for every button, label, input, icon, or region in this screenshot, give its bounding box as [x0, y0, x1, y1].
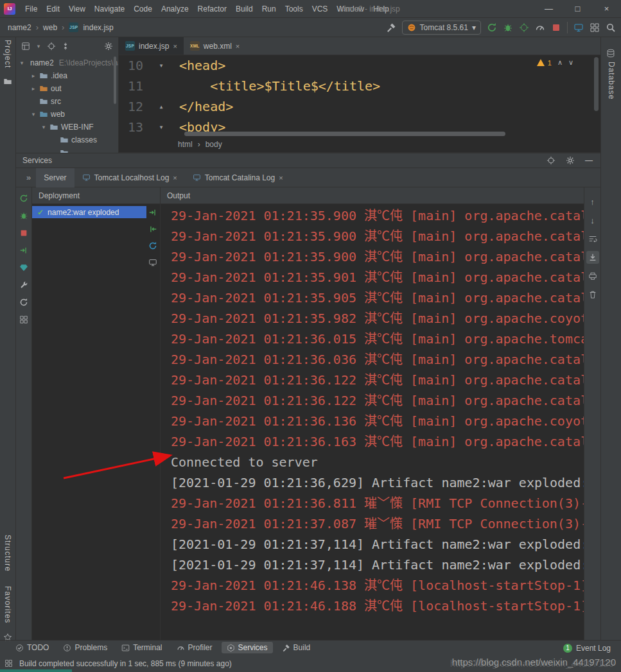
coverage-button[interactable] [519, 22, 529, 33]
folder-icon[interactable] [3, 77, 12, 86]
tab-web-xml[interactable]: XML web.xml × [184, 37, 246, 55]
stop-button[interactable] [551, 22, 561, 33]
menu-item[interactable]: VCS [308, 0, 333, 18]
tree-item-out[interactable]: ▸ out [16, 82, 118, 95]
close-icon[interactable]: × [279, 174, 283, 182]
favorites-stripe-button[interactable]: Favorites [3, 586, 12, 623]
tab-server[interactable]: Server [36, 168, 74, 187]
close-button[interactable]: × [592, 0, 621, 18]
code-text[interactable]: <title>$Title$</title> [179, 76, 380, 96]
redeploy-icon[interactable] [148, 241, 157, 250]
rerun-server-icon[interactable] [19, 194, 28, 203]
debug-button[interactable] [503, 22, 513, 33]
todo-button[interactable]: TODO [10, 642, 54, 653]
breadcrumb-body[interactable]: body [206, 140, 222, 149]
prev-highlight-icon[interactable]: ∧ [557, 58, 563, 67]
vertical-scrollbar[interactable] [594, 57, 599, 111]
open-browser-icon[interactable] [148, 258, 157, 267]
project-stripe-button[interactable]: Project [3, 40, 12, 68]
toolwindow-icon[interactable] [573, 22, 584, 33]
structure-stripe-button[interactable]: Structure [3, 535, 12, 572]
chevron-down-icon[interactable]: ▾ [30, 111, 37, 117]
services-button[interactable]: Services [222, 642, 273, 653]
tree-item-classes[interactable]: classes [16, 134, 118, 146]
gear-icon[interactable] [566, 156, 575, 165]
gear-icon[interactable] [104, 42, 113, 51]
chevron-down-icon[interactable]: ▾ [19, 60, 25, 66]
menu-item[interactable]: Build [231, 0, 258, 18]
breadcrumb-html[interactable]: html [178, 140, 193, 149]
tree-item-partial[interactable] [16, 146, 118, 153]
breadcrumb-project[interactable]: name2 [8, 23, 31, 32]
menu-item[interactable]: File [21, 0, 42, 18]
deploy-icon[interactable] [19, 246, 28, 255]
database-icon[interactable] [606, 49, 615, 58]
overflow-tabs-icon[interactable]: » [26, 173, 31, 182]
problems-button[interactable]: Problems [58, 642, 112, 653]
fold-end-marker-icon[interactable]: ▴ [143, 96, 179, 117]
menu-item[interactable]: Navigate [90, 0, 129, 18]
profiler-button[interactable] [535, 22, 545, 33]
code-text[interactable]: <head> [179, 55, 225, 76]
next-highlight-icon[interactable]: ∨ [568, 58, 573, 67]
tree-item-web[interactable]: ▾ web [16, 108, 118, 121]
menu-item[interactable]: Edit [42, 0, 64, 18]
scroll-up-icon[interactable]: ↑ [586, 195, 599, 208]
code-editor[interactable]: 10 ▾ <head> 11 <title>$Title$</title> 12… [119, 55, 600, 137]
search-everywhere-icon[interactable] [606, 22, 616, 33]
toolwindow-switcher-icon[interactable] [4, 659, 13, 668]
collapse-all-icon[interactable] [61, 42, 70, 51]
rerun-button[interactable] [487, 22, 497, 33]
console-output[interactable]: 29-Jan-2021 01:21:35.900 淇℃伅 [main] org.… [161, 204, 584, 640]
chevron-down-icon[interactable]: ▾ [40, 124, 47, 130]
tree-item-root[interactable]: ▾ name2 E:\IdeaProjects\nam [16, 56, 118, 69]
chevron-right-icon[interactable]: ▸ [30, 73, 37, 79]
debug-icon[interactable] [19, 211, 28, 220]
menu-item[interactable]: Analyze [157, 0, 193, 18]
locate-file-icon[interactable] [47, 42, 56, 51]
terminal-button[interactable]: Terminal [116, 642, 167, 653]
menu-item[interactable]: Refactor [193, 0, 231, 18]
fold-marker-icon[interactable]: ▾ [143, 55, 179, 76]
project-view-icon[interactable] [21, 42, 30, 51]
artifact-row[interactable]: ✓ name2:war exploded [32, 206, 146, 218]
menu-item[interactable]: Tools [281, 0, 308, 18]
run-configuration-select[interactable]: Tomcat 8.5.61 ▾ [402, 21, 481, 35]
build-hammer-icon[interactable] [386, 22, 396, 33]
gem-icon[interactable] [19, 263, 28, 272]
undeploy-artifact-icon[interactable] [148, 225, 157, 234]
close-icon[interactable]: × [173, 42, 177, 50]
tree-scrollbar[interactable] [114, 56, 116, 104]
clear-console-icon[interactable] [586, 288, 599, 301]
fold-marker-icon[interactable]: ▾ [143, 117, 179, 137]
chevron-down-icon[interactable]: ▾ [35, 43, 42, 49]
tab-index-jsp[interactable]: JSP index.jsp × [119, 37, 184, 55]
menu-item[interactable]: Code [129, 0, 157, 18]
build-button[interactable]: Build [277, 642, 316, 653]
breadcrumb-folder[interactable]: web [43, 23, 57, 32]
code-text[interactable]: </head> [179, 96, 233, 117]
tree-item-webinf[interactable]: ▾ WEB-INF [16, 121, 118, 134]
menu-item[interactable]: Run [258, 0, 281, 18]
stop-icon[interactable] [19, 228, 28, 237]
database-stripe-button[interactable]: Database [607, 62, 616, 99]
event-log-button[interactable]: 1 Event Log [563, 641, 611, 655]
chevron-right-icon[interactable]: ▸ [30, 85, 37, 92]
close-icon[interactable]: × [236, 42, 240, 50]
horizontal-scrollbar[interactable] [184, 132, 505, 136]
menu-item[interactable]: View [64, 0, 90, 18]
layout-icon[interactable] [590, 22, 600, 33]
profiler-button[interactable]: Profiler [171, 642, 218, 653]
print-icon[interactable] [586, 270, 599, 282]
dashboard-icon[interactable] [19, 315, 28, 324]
tree-item-src[interactable]: src [16, 95, 118, 108]
soft-wrap-icon[interactable] [586, 232, 599, 245]
wrench-icon[interactable] [19, 280, 28, 289]
target-icon[interactable] [547, 156, 555, 165]
deploy-artifact-icon[interactable] [148, 208, 157, 217]
minimize-button[interactable]: — [534, 0, 563, 18]
scroll-down-icon[interactable]: ↓ [586, 214, 599, 227]
tab-tomcat-localhost-log[interactable]: Tomcat Localhost Log × [74, 168, 185, 187]
refresh-icon[interactable] [19, 298, 28, 307]
close-icon[interactable]: × [173, 174, 177, 182]
